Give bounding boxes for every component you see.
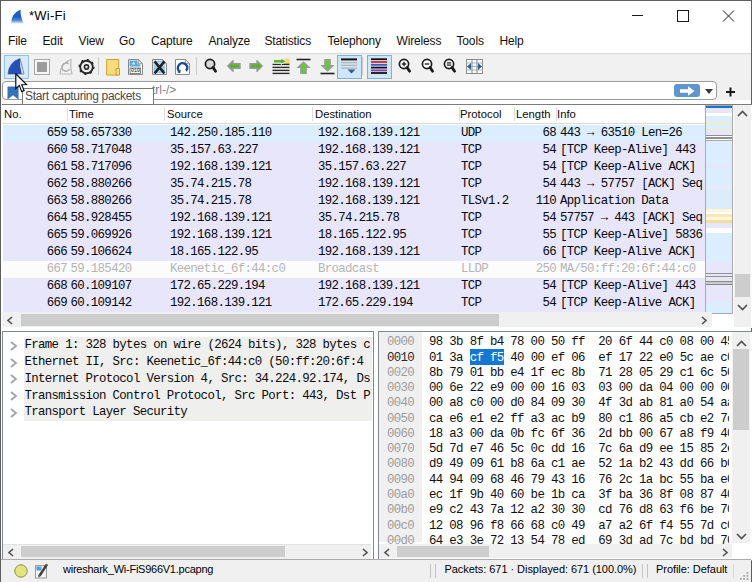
svg-text:010: 010 — [131, 68, 140, 74]
